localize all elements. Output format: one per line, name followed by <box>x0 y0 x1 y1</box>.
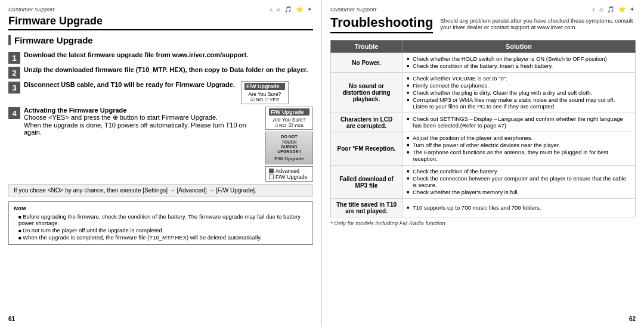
trouble-cell-4: Failed download of MP3 file <box>331 166 402 199</box>
solution-cell-2: Check out SETTINGS→Display→Language and … <box>402 113 636 132</box>
right-page-title: Troubleshooting <box>330 15 433 33</box>
step-4: 4 Activating the Firmware Upgrade Choose… <box>8 107 313 182</box>
table-row-1: No sound or distortion during playback.C… <box>331 73 636 113</box>
steps-container: 1 Download the latest firmware upgrade f… <box>8 51 313 182</box>
fw-main-image: DO NOT TOUCH DURING UPGRADE!! F/W Upgrad… <box>265 132 313 164</box>
right-page-number: 62 <box>629 316 636 322</box>
trouble-cell-2: Characters in LCD are corrupted. <box>331 113 402 132</box>
right-customer-support: Customer Support <box>330 6 376 13</box>
trouble-table: Trouble Solution No Power.Check whether … <box>330 40 636 217</box>
page-left: Customer Support ♪ ♫ 🎵 ⭐ ✦ Firmware Upgr… <box>0 0 322 327</box>
footnote: * Only for models including FM Radio fun… <box>330 220 636 226</box>
solution-item-1-3: Corrupted MP3 or WMA files may make a st… <box>407 96 631 110</box>
note-item-1: Before upgrading the firmware, check the… <box>18 213 308 226</box>
step-1-number: 1 <box>8 52 20 64</box>
step-1: 1 Download the latest firmware upgrade f… <box>8 51 313 64</box>
advanced-box: Advanced F/W Upgrade <box>265 166 313 182</box>
table-row-0: No Power.Check whether the HOLD switch o… <box>331 53 636 73</box>
trouble-cell-5: The title saved in T10 are not played. <box>331 199 402 217</box>
fw-box-step4: F/W Upgrade Are You Sure? □ NO ☑ YES <box>265 107 313 130</box>
solution-item-3-1: Turn off the power of other electric dev… <box>407 142 631 148</box>
table-header-solution: Solution <box>402 41 636 53</box>
trouble-description: Should any problem persist after you hav… <box>440 17 636 30</box>
left-header-icons: ♪ ♫ 🎵 ⭐ ✦ <box>269 6 313 13</box>
step-3-row: Disconnect USB cable, and T10 will be re… <box>24 81 289 104</box>
solution-cell-0: Check whether the HOLD switch on the pla… <box>402 53 636 73</box>
left-page-title: Firmware Upgrade <box>8 15 313 30</box>
table-row-2: Characters in LCD are corrupted.Check ou… <box>331 113 636 132</box>
if-no-text: If you chose <NO> by any chance, then ex… <box>8 184 313 197</box>
solution-item-1-0: Check whether VOLUME is set to "0". <box>407 75 631 82</box>
solution-item-4-2: Check whether the player's memory is ful… <box>407 189 631 195</box>
adv-bullet-empty <box>269 175 274 179</box>
solution-item-4-1: Check the connection between your comput… <box>407 175 631 188</box>
note-box: Note Before upgrading the firmware, chec… <box>8 201 313 245</box>
right-header-icons: ♪ ♫ 🎵 ⭐ ✦ <box>592 6 636 13</box>
step-3-content: Disconnect USB cable, and T10 will be re… <box>24 81 235 88</box>
left-page-number: 61 <box>8 316 15 322</box>
table-row-3: Poor *FM Reception.Adjust the position o… <box>331 132 636 166</box>
solution-item-2-0: Check out SETTINGS→Display→Language and … <box>407 116 631 129</box>
trouble-cell-1: No sound or distortion during playback. <box>331 73 402 113</box>
solution-cell-5: T10 supports up to 700 music files and 7… <box>402 199 636 217</box>
step-2-number: 2 <box>8 67 20 79</box>
step-4-number: 4 <box>8 107 20 119</box>
note-title: Note <box>14 205 308 211</box>
step-3-number: 3 <box>8 82 20 94</box>
trouble-cell-3: Poor *FM Reception. <box>331 132 402 166</box>
solution-item-3-0: Adjust the position of the player and ea… <box>407 135 631 141</box>
table-row-5: The title saved in T10 are not played.T1… <box>331 199 636 217</box>
trouble-cell-0: No Power. <box>331 53 402 73</box>
table-header-trouble: Trouble <box>331 41 402 53</box>
note-item-3: When the upgrade is completed, the firmw… <box>18 234 308 241</box>
solution-item-1-2: Check whether the plug is dirty. Clean t… <box>407 89 631 96</box>
step-2: 2 Unzip the downloaded firmware file (T1… <box>8 66 313 79</box>
step-4-images: F/W Upgrade Are You Sure? □ NO ☑ YES DO … <box>265 107 313 182</box>
adv-bullet-filled <box>269 169 274 173</box>
solution-item-3-2: The Earphone cord functions as the anten… <box>407 149 631 162</box>
fw-box-step3: F/W Upgrade Are You Sure? ☑ NO □ YES <box>241 81 289 104</box>
solution-cell-1: Check whether VOLUME is set to "0".Firml… <box>402 73 636 113</box>
left-section-title: Firmware Upgrade <box>8 35 313 45</box>
note-item-2: Do not turn the player off until the upg… <box>18 227 308 233</box>
step-3-fwbox: F/W Upgrade Are You Sure? ☑ NO □ YES <box>241 81 289 104</box>
left-customer-support: Customer Support <box>8 6 54 13</box>
solution-item-1-1: Firmly connect the earphones. <box>407 82 631 89</box>
step-2-content: Unzip the downloaded firmware file (T10_… <box>24 66 313 73</box>
page-right: Customer Support ♪ ♫ 🎵 ⭐ ✦ Troubleshooti… <box>322 0 644 327</box>
step-1-content: Download the latest firmware upgrade fil… <box>24 51 313 58</box>
solution-item-5-0: T10 supports up to 700 music files and 7… <box>407 204 631 211</box>
solution-item-0-0: Check whether the HOLD switch on the pla… <box>407 55 631 62</box>
step-4-content: Activating the Firmware Upgrade Choose <… <box>24 107 262 136</box>
solution-item-0-1: Check the condition of the battery. Inse… <box>407 63 631 69</box>
table-row-4: Failed download of MP3 fileCheck the con… <box>331 166 636 199</box>
step-3: 3 Disconnect USB cable, and T10 will be … <box>8 81 313 104</box>
solution-cell-3: Adjust the position of the player and ea… <box>402 132 636 166</box>
note-list: Before upgrading the firmware, check the… <box>14 213 308 241</box>
solution-item-4-0: Check the condition of the battery. <box>407 168 631 175</box>
solution-cell-4: Check the condition of the battery.Check… <box>402 166 636 199</box>
